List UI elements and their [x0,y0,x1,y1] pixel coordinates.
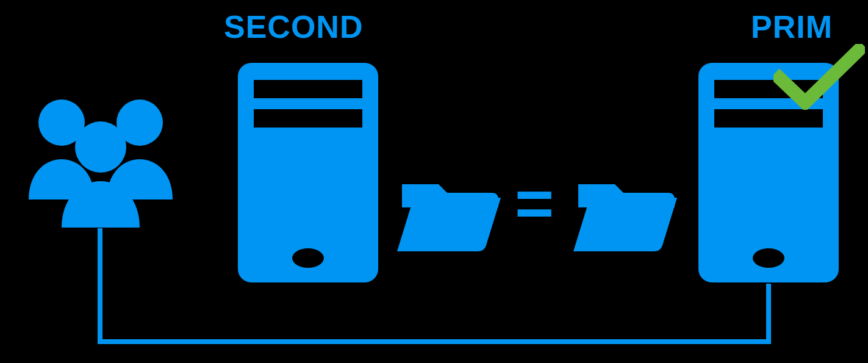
diagram-stage: SECOND PRIM = [0,0,868,363]
connector-line [0,0,868,363]
